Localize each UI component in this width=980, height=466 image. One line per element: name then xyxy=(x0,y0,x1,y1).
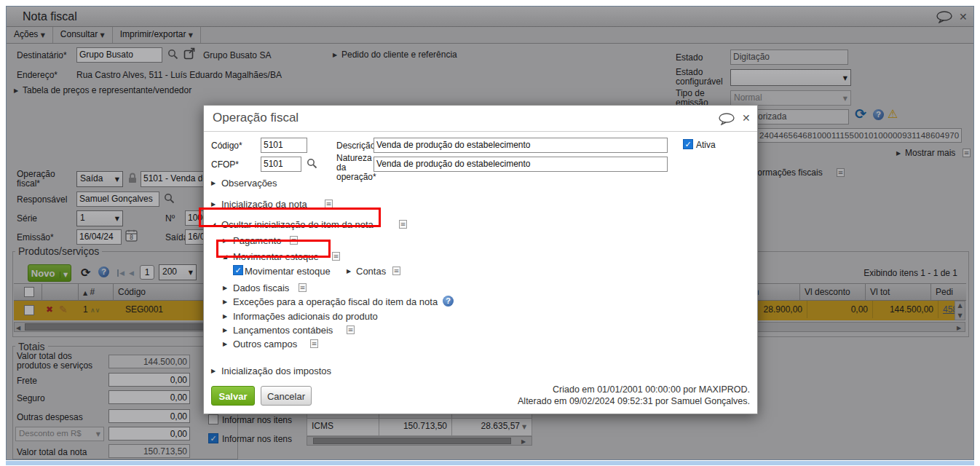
modal-titlebar: Operação fiscal ✕ xyxy=(204,106,757,132)
chevron-right-icon: ▶ xyxy=(223,285,227,291)
codigo-label: Código* xyxy=(211,141,242,151)
highlight-box-movimentar-estoque xyxy=(216,240,331,258)
ativa-checkbox[interactable]: ✓ xyxy=(683,139,693,149)
section-observacoes[interactable]: Observações xyxy=(221,178,277,189)
app-window: Nota fiscal ✕ Ações ▼ Consultar ▼ Imprim… xyxy=(6,6,974,460)
cfop-input[interactable]: 5101 xyxy=(261,157,301,172)
section-inicializacao-impostos[interactable]: Inicialização dos impostos xyxy=(221,366,331,376)
list-icon[interactable]: ≡ xyxy=(347,325,355,334)
movimentar-estoque-checkbox-label: Movimentar estoque xyxy=(245,266,331,277)
chevron-right-icon: ▶ xyxy=(211,201,216,208)
list-icon[interactable]: ≡ xyxy=(310,339,318,348)
codigo-input[interactable]: 5101 xyxy=(261,138,307,153)
comment-bubble-icon[interactable] xyxy=(718,113,735,125)
list-icon[interactable]: ≡ xyxy=(392,266,400,275)
list-icon[interactable]: ≡ xyxy=(299,283,307,292)
chevron-right-icon: ▶ xyxy=(211,368,216,374)
help-icon[interactable]: ? xyxy=(443,296,454,307)
ativa-label: Ativa xyxy=(696,140,716,150)
chevron-right-icon: ▶ xyxy=(223,299,227,305)
movimentar-estoque-checkbox[interactable]: ✓ xyxy=(233,265,243,275)
cancelar-button[interactable]: Cancelar xyxy=(261,386,312,406)
section-contas[interactable]: Contas xyxy=(356,266,386,277)
close-icon[interactable]: ✕ xyxy=(742,112,751,124)
salvar-button[interactable]: Salvar xyxy=(211,386,255,406)
cfop-label: CFOP* xyxy=(211,159,239,170)
section-outros-campos[interactable]: Outros campos xyxy=(233,339,297,350)
audit-info: Criado em 01/01/2001 00:00:00 por MAXIPR… xyxy=(466,384,750,407)
section-dados-fiscais[interactable]: Dados fiscais xyxy=(233,283,289,293)
operacao-fiscal-modal: Operação fiscal ✕ Código* 5101 Descrição… xyxy=(203,105,758,414)
descricao-input[interactable]: Venda de produção do estabelecimento xyxy=(374,138,668,153)
natureza-input[interactable]: Venda de produção do estabelecimento xyxy=(374,157,668,172)
window-bottom-strip xyxy=(6,461,974,465)
check-icon: ✓ xyxy=(234,266,241,275)
highlight-box-ocultar-item xyxy=(199,208,381,227)
list-icon[interactable]: ≡ xyxy=(332,252,340,261)
chevron-right-icon: ▶ xyxy=(347,268,351,275)
check-icon: ✓ xyxy=(684,140,691,149)
section-lancamentos[interactable]: Lançamentos contábeis xyxy=(233,325,333,336)
modal-title: Operação fiscal xyxy=(213,111,299,125)
list-icon[interactable]: ≡ xyxy=(399,220,407,229)
chevron-right-icon: ▶ xyxy=(223,327,227,333)
section-excecoes[interactable]: Exceções para a operação fiscal do item … xyxy=(233,296,438,307)
chevron-right-icon: ▶ xyxy=(223,341,227,347)
alterado-em-text: Alterado em 09/02/2024 09:52:31 por Samu… xyxy=(466,395,750,407)
criado-em-text: Criado em 01/01/2001 00:00:00 por MAXIPR… xyxy=(466,384,750,395)
chevron-right-icon: ▶ xyxy=(223,313,227,320)
search-icon[interactable] xyxy=(307,158,317,169)
chevron-right-icon: ▶ xyxy=(211,180,216,186)
descricao-label: Descrição* xyxy=(336,141,379,151)
section-info-adicionais[interactable]: Informações adicionais do produto xyxy=(233,311,378,322)
